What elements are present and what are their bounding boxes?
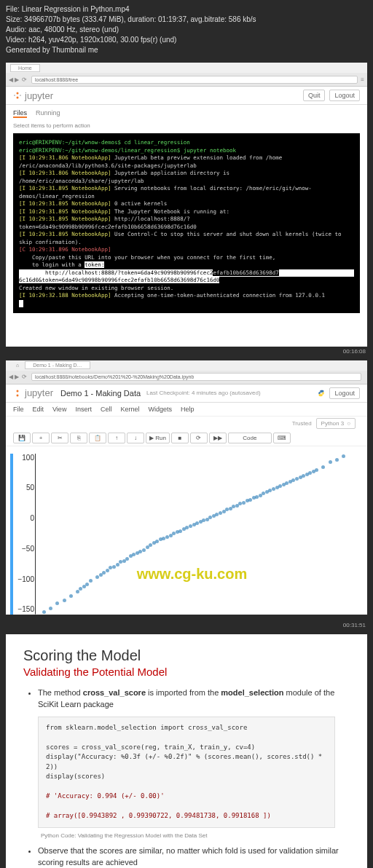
celltype-select[interactable]: Code [228,433,272,443]
notebook-title[interactable]: Demo 1 - Making Data [60,389,141,398]
scatter-chart: 100 50 0 −50 −100 −150 www.cg-ku.com [35,454,348,615]
menu-icon[interactable]: ≡ [361,76,364,83]
menu-view[interactable]: View [52,406,66,413]
paste-icon[interactable]: 📋 [89,433,106,443]
reload-icon[interactable]: ⟳ [22,76,27,83]
meta-file: File: Linear Regression in Python.mp4 [6,4,367,15]
file-metadata: File: Linear Regression in Python.mp4 Si… [0,0,373,60]
down-icon[interactable]: ↓ [127,433,144,443]
back-icon[interactable]: ◀ [9,76,13,83]
url-bar[interactable]: localhost:8888/tree [31,76,358,84]
code-caption: Python Code: Validating the Regression M… [41,832,350,839]
timestamp-1: 00:16:08 [0,348,373,358]
notebook-menu: File Edit View Insert Cell Kernel Widget… [6,403,367,417]
command-palette-icon[interactable]: ⌨ [273,433,291,443]
notebook-toolbar: 💾 + ✂ ⎘ 📋 ↑ ↓ ▶ Run ■ ⟳ ▶▶ Code ⌨ [6,430,367,446]
svg-point-4 [17,390,19,392]
fastforward-icon[interactable]: ▶▶ [209,433,227,443]
thumbnail-panel-1: Home ◀ ▶ ⟳ localhost:8888/tree ≡ jupyter… [6,63,367,347]
cut-icon[interactable]: ✂ [51,433,68,443]
svg-point-2 [14,95,15,96]
side-note: Select items to perform action [6,122,367,129]
menu-cell[interactable]: Cell [101,406,112,413]
reload-icon[interactable]: ⟳ [22,374,27,380]
quit-button[interactable]: Quit [303,90,326,101]
tab-files[interactable]: Files [13,109,27,118]
browser-tabs: Home [6,63,367,73]
forward-icon[interactable]: ▶ [15,76,19,83]
stop-icon[interactable]: ■ [171,433,189,443]
jupyter-title: jupyter [25,90,53,101]
menu-widgets[interactable]: Widgets [148,406,172,413]
browser-tabs-2: ⌂Demo 1 - Making D… [6,360,367,371]
meta-size: Size: 34966707b bytes (333.47 MiB), dura… [6,15,367,25]
svg-point-5 [17,394,19,396]
y-axis-labels: 100 50 0 −50 −100 −150 [15,454,34,614]
menu-file[interactable]: File [13,406,24,413]
terminal-output: eric@ERIKPENV:~/git/wnow-demos$ cd linea… [13,133,360,313]
run-button[interactable]: ▶ Run [146,433,170,443]
meta-video: Video: h264, yuv420p, 1920x1080, 30.00 f… [6,35,367,45]
jupyter-logo: jupyter [13,90,53,101]
svg-point-1 [17,97,19,99]
menu-edit[interactable]: Edit [33,406,44,413]
meta-generated: Generated by Thumbnail me [6,45,367,55]
tab-running[interactable]: Running [36,109,60,118]
menu-kernel[interactable]: Kernel [120,406,139,413]
slide-title: Scoring the Model [23,647,350,664]
save-icon[interactable]: 💾 [13,433,31,443]
browser-chrome: ◀ ▶ ⟳ localhost:8888/tree ≡ [6,73,367,87]
logout-button[interactable]: Logout [329,90,360,101]
timestamp-2: 00:31:51 [0,622,373,631]
up-icon[interactable]: ↑ [108,433,125,443]
checkpoint-text: Last Checkpoint: 4 minutes ago (autosave… [146,390,261,396]
copy-icon[interactable]: ⎘ [70,433,87,443]
thumbnail-panel-3: Scoring the Model Validating the Potenti… [6,634,367,869]
browser-chrome-2: ◀ ▶ ⟳ localhost:8888/notebooks/Demo%201%… [6,371,367,384]
bullet-1: The method cross_val_score is imported f… [38,687,350,711]
slide-subtitle: Validating the Potential Model [23,666,350,678]
kernel-badge[interactable]: Python 3 ○ [316,418,356,429]
jupyter-tabs: Files Running [6,105,367,122]
restart-icon[interactable]: ⟳ [190,433,208,443]
code-block: from sklearn.model_selection import cros… [38,717,335,828]
jupyter-logo-2: jupyter Demo 1 - Making Data Last Checkp… [13,387,261,398]
url-bar-2[interactable]: localhost:8888/notebooks/Demo%201%20-%20… [31,373,361,381]
svg-point-0 [17,92,19,95]
meta-audio: Audio: aac, 48000 Hz, stereo (und) [6,25,367,35]
trusted-label: Trusted [292,420,312,427]
add-cell-icon[interactable]: + [32,433,50,443]
logout-button-2[interactable]: Logout [329,387,360,399]
forward-icon[interactable]: ▶ [15,374,19,380]
watermark: www.cg-ku.com [137,565,248,582]
svg-point-3 [20,95,21,96]
python-icon [318,390,325,397]
menu-insert[interactable]: Insert [75,406,92,413]
bullet-2: Observe that the scores are similar, no … [38,845,350,869]
thumbnail-panel-2: ⌂Demo 1 - Making D… ◀ ▶ ⟳ localhost:8888… [6,360,367,615]
menu-help[interactable]: Help [181,406,195,413]
back-icon[interactable]: ◀ [9,374,13,380]
